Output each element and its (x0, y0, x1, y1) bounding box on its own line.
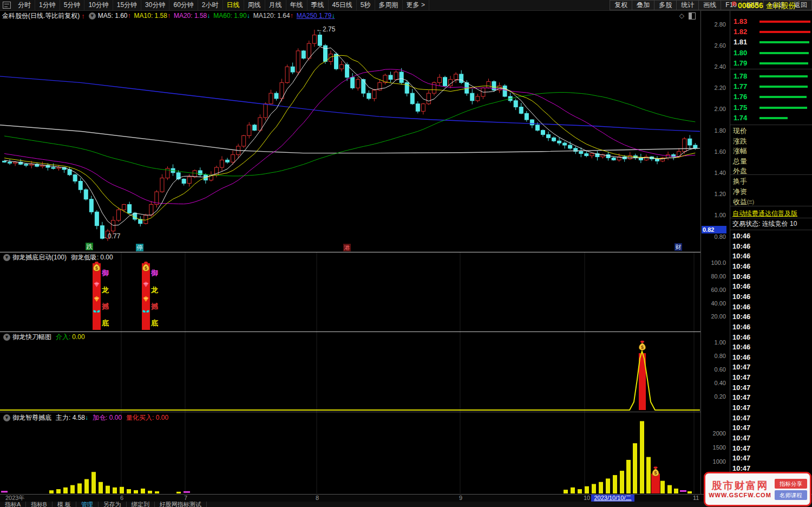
quote-field-label: 换手 (733, 177, 747, 186)
axis-label: 2.20 (702, 84, 726, 91)
action-button-复权[interactable]: 复权 (610, 0, 632, 10)
action-button-统计[interactable]: 统计 (676, 0, 698, 10)
axis-label: 1500 (702, 444, 726, 451)
ladder-row: 1.83 (730, 17, 812, 27)
period-tab-多周期[interactable]: 多周期 (375, 0, 403, 10)
ladder-price: 1.75 (734, 103, 747, 112)
period-tab-更多 >[interactable]: 更多 > (403, 0, 429, 10)
period-menu: 分时1分钟5分钟10分钟15分钟30分钟60分钟2小时日线周线月线年线季线45日… (14, 0, 429, 10)
tick-time: 10:46 (732, 353, 750, 361)
ladder-bar (759, 117, 788, 119)
ma-legend-item: MA120: 1.64↑ (253, 12, 293, 20)
up-arrow-icon: ↑ (167, 12, 171, 20)
period-tab-日线[interactable]: 日线 (223, 0, 244, 10)
period-tab-15分钟[interactable]: 15分钟 (113, 0, 141, 10)
action-button-叠加[interactable]: 叠加 (632, 0, 654, 10)
ladder-price: 1.80 (734, 49, 747, 57)
diamond-marker-icon[interactable]: ◇ (679, 12, 684, 20)
panel3-header: ▼ 御龙快刀幅图 介入: 0.00 (1, 333, 89, 341)
trading-status: 交易状态: 连续竞价 10 (732, 219, 812, 229)
axis-label: 1.00 (702, 339, 726, 346)
axis-label: 2.00 (702, 106, 726, 112)
ladder-bar (759, 96, 807, 98)
watermark-text: 股市财富网 WWW.GSCFW.COM (705, 480, 775, 498)
period-tab-周线[interactable]: 周线 (244, 0, 265, 10)
tick-time: 10:47 (732, 464, 750, 472)
axis-label: 0.80 (702, 353, 726, 359)
chevron-down-icon[interactable]: ▼ (89, 12, 96, 20)
quote-field-label: 现价 (733, 126, 747, 136)
tick-time: 10:46 (732, 313, 750, 321)
chart-right-border (700, 0, 701, 501)
toolbar-item-模板[interactable]: 模 板 (53, 502, 76, 507)
action-button-画线[interactable]: 画线 (698, 0, 721, 10)
ladder-price: 1.78 (734, 72, 747, 80)
tick-time: 10:47 (732, 393, 750, 401)
svg-text:龙: 龙 (101, 286, 109, 294)
period-tab-分时[interactable]: 分时 (14, 0, 35, 10)
up-arrow-icon: ↑ (290, 12, 293, 20)
tick-time: 10:46 (732, 343, 750, 351)
tick-time: 10:47 (732, 434, 750, 442)
svg-text:龙: 龙 (150, 286, 159, 294)
window-grid-icon[interactable] (3, 2, 11, 9)
tick-time: 10:47 (732, 404, 750, 412)
panel4-metric: 加仓: 0.00 (93, 413, 122, 422)
tick-time: 10:46 (732, 282, 750, 290)
toolbar-item-绑定到[interactable]: 绑定到 (127, 502, 155, 507)
period-tab-5分钟[interactable]: 5分钟 (60, 0, 85, 10)
ladder-price: 1.81 (734, 38, 747, 46)
panel2-header: ▼ 御龙撼底启动(100) 御龙低吸: 0.00 (1, 253, 117, 262)
ladder-bar (759, 41, 809, 43)
toolbar-item-另存为[interactable]: 另存为 (99, 502, 127, 507)
toolbar-item-好股网指标测试[interactable]: 好股网指标测试 (155, 502, 207, 507)
watermark-badge: 指标分享 (775, 479, 807, 489)
period-tab-60分钟[interactable]: 60分钟 (169, 0, 198, 10)
collapse-icon[interactable]: ▼ (3, 414, 10, 421)
toolbar-item-管理[interactable]: 管理 (76, 502, 99, 507)
axis-label: 60.00 (702, 287, 726, 293)
collapse-icon[interactable]: ▼ (3, 334, 10, 341)
panel2-title: 御龙撼底启动(100) (12, 253, 67, 262)
period-tab-年线[interactable]: 年线 (286, 0, 307, 10)
period-tab-季线[interactable]: 季线 (307, 0, 329, 10)
month-label: 10 (584, 495, 590, 502)
event-marker-港: 港 (343, 244, 351, 251)
toolbar-item-指标B[interactable]: 指标B (26, 502, 52, 507)
tick-time: 10:46 (732, 252, 750, 260)
ladder-row: 1.79 (730, 58, 812, 68)
period-tab-月线[interactable]: 月线 (265, 0, 286, 10)
ma-legend-item: MA250 1.79↓ (297, 12, 335, 20)
tdx-trading-window: 分时1分钟5分钟10分钟15分钟30分钟60分钟2小时日线周线月线年线季线45日… (0, 0, 812, 507)
chart-title: 金科股份(日线.等比前复权) (2, 11, 80, 21)
ladder-row: 1.82 (730, 27, 812, 37)
renewal-ad-link[interactable]: 自动续费通达信普及版 (732, 209, 797, 218)
axis-label: 100.0 (702, 259, 726, 266)
ladder-row: 1.80 (730, 48, 812, 58)
period-tab-2小时[interactable]: 2小时 (198, 0, 223, 10)
ladder-bar (759, 86, 808, 88)
quote-field-label: 涨跌 (733, 136, 747, 146)
month-label: 9 (459, 495, 462, 502)
ladder-bar (759, 75, 808, 77)
axis-label: 2.60 (702, 42, 726, 49)
period-tab-1分钟[interactable]: 1分钟 (35, 0, 60, 10)
quote-field-label: 总量 (733, 157, 747, 166)
tick-time: 10:47 (732, 384, 750, 392)
period-tab-30分钟[interactable]: 30分钟 (141, 0, 169, 10)
ladder-row: 1.75 (730, 103, 812, 113)
svg-text:撼: 撼 (101, 302, 109, 310)
period-tab-45日线[interactable]: 45日线 (329, 0, 357, 10)
period-tab-10分钟[interactable]: 10分钟 (84, 0, 113, 10)
period-tab-5秒[interactable]: 5秒 (357, 0, 375, 10)
collapse-icon[interactable]: ▼ (3, 254, 10, 261)
axis-label: 2.40 (702, 63, 726, 70)
panel-corner-icons: ◇ (679, 12, 696, 20)
panel4-values: 主力: 4.58↓加仓: 0.00量化买入: 0.00 (56, 413, 173, 422)
toolbar-item-指标A[interactable]: 指标A (0, 502, 26, 507)
quote-panel: 1.831.821.811.801.791.781.771.761.751.74… (730, 0, 812, 507)
panel3-title: 御龙快刀幅图 (12, 333, 51, 342)
event-marker-跌: 跌 (86, 243, 93, 250)
split-window-icon[interactable] (689, 12, 696, 20)
action-button-多股[interactable]: 多股 (654, 0, 676, 10)
